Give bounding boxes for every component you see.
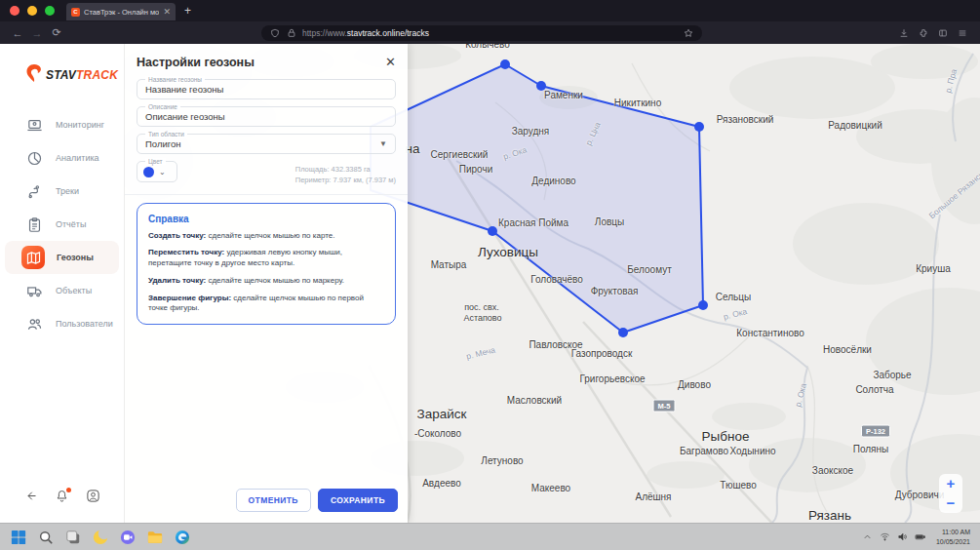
logo-pin-icon xyxy=(25,63,43,87)
maximize-window-button[interactable] xyxy=(45,6,55,16)
map-place-label: Дивово xyxy=(678,379,711,390)
color-swatch[interactable] xyxy=(143,167,154,177)
zoom-in-button[interactable]: + xyxy=(947,477,956,491)
logo-text-stav: STAV xyxy=(46,68,76,82)
map-place-label: Масловский xyxy=(507,395,562,406)
collapse-sidebar-icon[interactable] xyxy=(23,489,38,507)
map-place-label: Алёшня xyxy=(635,491,671,502)
sidebar-item-geozones[interactable]: Геозоны xyxy=(5,241,119,274)
url-text[interactable]: https://www.stavtrack.online/tracks xyxy=(302,28,678,38)
video-call-app-icon[interactable] xyxy=(119,529,137,546)
lock-icon[interactable] xyxy=(286,27,297,39)
map-place-label: Газопроводск xyxy=(571,348,633,359)
map-place-label: Матыра xyxy=(431,259,467,270)
map-place-label: пос. свх. xyxy=(464,302,499,312)
close-icon[interactable]: ✕ xyxy=(385,57,396,68)
sidebar-item-reports[interactable]: Отчёты xyxy=(5,208,119,241)
url-bar[interactable]: https://www.stavtrack.online/tracks xyxy=(261,25,702,41)
divider xyxy=(125,194,408,195)
sidebar-item-label: Отчёты xyxy=(56,219,86,229)
close-window-button[interactable] xyxy=(10,6,20,16)
reload-icon[interactable]: ⟳ xyxy=(47,26,66,39)
browser-tab-bar: С СтавТрэк - Онлайн мониторин ✕ + xyxy=(0,0,980,21)
map-place-label: Пирочи xyxy=(459,164,492,175)
geozone-settings-panel: Настройки геозоны ✕ Название геозоны Наз… xyxy=(125,44,408,523)
geozone-name-input[interactable]: Название геозоны xyxy=(145,84,387,95)
map-place-label: Белоомут xyxy=(627,264,671,275)
task-view-icon[interactable] xyxy=(64,529,82,546)
map-place-label: Григорьевское xyxy=(579,373,645,384)
area-type-select[interactable]: Тип области Полигон ▼ xyxy=(137,134,396,154)
battery-icon[interactable] xyxy=(915,531,925,542)
forward-icon[interactable]: → xyxy=(27,27,47,39)
start-menu-icon[interactable] xyxy=(10,529,27,546)
tray-chevron-icon[interactable] xyxy=(862,531,873,542)
minimize-window-button[interactable] xyxy=(27,6,37,16)
map-zoom-control: + − xyxy=(939,474,962,513)
geozone-description-input[interactable]: Описание геозоны xyxy=(145,111,387,122)
save-button[interactable]: СОХРАНИТЬ xyxy=(318,489,398,512)
moon-app-icon[interactable] xyxy=(92,529,109,546)
wifi-icon[interactable] xyxy=(880,531,890,542)
help-items: Создать точку: сделайте щелчок мышью по … xyxy=(148,231,384,315)
area-type-value: Полигон xyxy=(145,138,379,149)
color-chevron-down-icon[interactable]: ⌄ xyxy=(159,168,166,177)
sidebar-item-label: Геозоны xyxy=(57,253,94,262)
taskbar-clock[interactable]: 11:00 AM 10/05/2021 xyxy=(936,528,970,545)
map-place-label: Поляны xyxy=(853,444,889,454)
geozone-description-field[interactable]: Описание Описание геозоны xyxy=(137,106,396,127)
search-icon[interactable] xyxy=(37,529,55,546)
cancel-button[interactable]: ОТМЕНИТЬ xyxy=(236,489,311,512)
map-place-label: -Соколово xyxy=(414,428,461,439)
notifications-bell-icon[interactable] xyxy=(55,489,69,507)
window-controls[interactable] xyxy=(0,6,66,16)
area-type-label: Тип области xyxy=(145,131,187,138)
taskbar: 11:00 AM 10/05/2021 xyxy=(0,523,980,550)
sidebar-toggle-icon[interactable] xyxy=(937,27,949,39)
color-picker[interactable]: Цвет ⌄ xyxy=(137,161,177,182)
bookmark-star-icon[interactable] xyxy=(683,27,694,39)
map-place-label: Заборье xyxy=(873,370,911,380)
road-badge: Р-132 xyxy=(861,425,890,438)
back-icon[interactable]: ← xyxy=(8,27,27,39)
new-tab-button[interactable]: + xyxy=(184,4,191,18)
perimeter-value: Периметр: 7.937 км, (7.937 м) xyxy=(295,175,396,185)
sidebar-item-users[interactable]: Пользователи xyxy=(5,307,119,340)
map[interactable]: КолычевонаРаменкиНикиткиноРязановскийРад… xyxy=(125,44,980,523)
map-place-label: р. Ока xyxy=(723,306,748,322)
geozone-description-label: Описание xyxy=(145,103,180,110)
map-place-label: р. Ока xyxy=(502,144,529,161)
sidebar-item-objects[interactable]: Объекты xyxy=(5,274,119,307)
map-place-label: Ловцы xyxy=(595,216,624,227)
shield-icon[interactable] xyxy=(269,27,281,39)
tracks-icon xyxy=(24,181,44,201)
map-place-label: Большое Рязанское xyxy=(927,164,980,220)
tab-close-icon[interactable]: ✕ xyxy=(163,8,171,17)
map-place-label: Константиново xyxy=(736,328,804,338)
chevron-down-icon[interactable]: ▼ xyxy=(379,139,387,148)
map-place-label: Фруктовая xyxy=(591,286,639,296)
account-icon[interactable] xyxy=(86,489,100,507)
map-place-label: Дубровичи xyxy=(895,490,945,500)
zoom-out-button[interactable]: − xyxy=(947,496,956,510)
downloads-icon[interactable] xyxy=(898,27,910,39)
menu-hamburger-icon[interactable] xyxy=(957,27,968,39)
map-place-label: Летуново xyxy=(481,455,523,466)
desktop: С СтавТрэк - Онлайн мониторин ✕ + ← → ⟳ … xyxy=(0,0,980,550)
url-domain: stavtrack.online xyxy=(347,28,405,38)
sidebar-item-monitoring[interactable]: Мониторинг xyxy=(5,108,119,141)
sidebar-item-analytics[interactable]: Аналитика xyxy=(5,141,119,175)
map-place-label: Рязановский xyxy=(717,114,774,125)
file-explorer-icon[interactable] xyxy=(146,529,164,546)
app-logo: STAVTRACK xyxy=(0,44,124,100)
browser-tab[interactable]: С СтавТрэк - Онлайн мониторин ✕ xyxy=(66,3,176,20)
map-place-label: Криуша xyxy=(916,263,951,274)
map-place-label: Зарудня xyxy=(512,126,550,137)
sidebar-item-tracks[interactable]: Треки xyxy=(5,175,119,208)
geozone-name-field[interactable]: Название геозоны Название геозоны xyxy=(137,79,396,99)
volume-icon[interactable] xyxy=(897,531,908,542)
tab-title: СтавТрэк - Онлайн мониторин xyxy=(84,8,159,17)
edge-browser-icon[interactable] xyxy=(174,529,191,546)
area-value: Площадь: 432.3385 га xyxy=(295,164,396,175)
extensions-icon[interactable] xyxy=(918,27,929,39)
